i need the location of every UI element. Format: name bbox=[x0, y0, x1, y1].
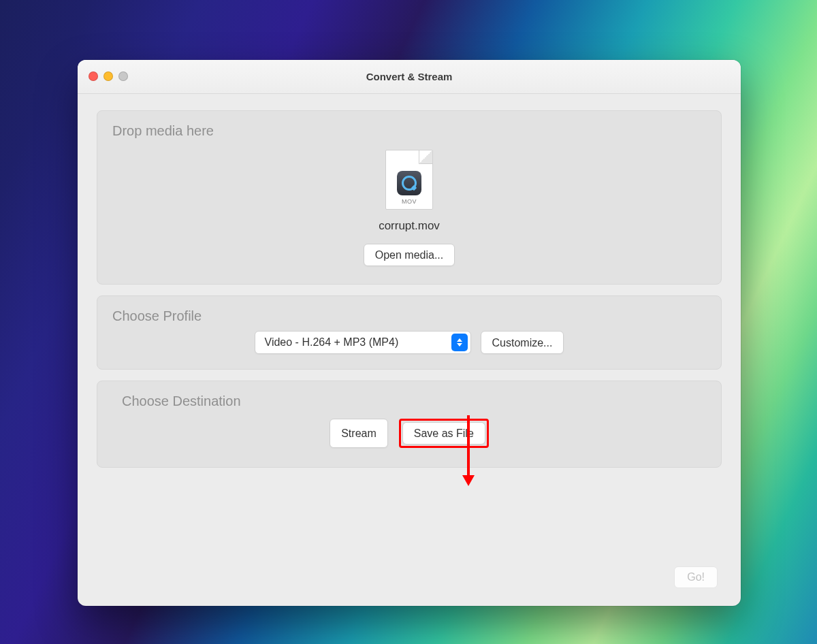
close-icon[interactable] bbox=[89, 71, 98, 81]
file-extension-label: MOV bbox=[386, 198, 432, 205]
choose-profile-heading: Choose Profile bbox=[112, 308, 706, 324]
window-title: Convert & Stream bbox=[366, 71, 453, 82]
choose-destination-heading: Choose Destination bbox=[112, 393, 706, 409]
annotation-highlight: Save as File bbox=[399, 419, 489, 448]
choose-profile-panel: Choose Profile Video - H.264 + MP3 (MP4)… bbox=[97, 295, 722, 370]
zoom-icon bbox=[118, 71, 128, 81]
convert-stream-window: Convert & Stream Drop media here MOV cor… bbox=[78, 60, 741, 606]
chevron-up-down-icon bbox=[451, 334, 468, 351]
file-icon: MOV bbox=[385, 150, 433, 210]
content: Drop media here MOV corrupt.mov Open med… bbox=[78, 94, 741, 606]
file-name-label: corrupt.mov bbox=[379, 219, 440, 233]
profile-select[interactable]: Video - H.264 + MP3 (MP4) bbox=[255, 331, 471, 354]
quicktime-icon bbox=[397, 171, 421, 195]
profile-select-value: Video - H.264 + MP3 (MP4) bbox=[265, 336, 399, 349]
stream-button[interactable]: Stream bbox=[330, 419, 388, 448]
choose-destination-panel: Choose Destination Stream Save as File bbox=[97, 381, 722, 468]
titlebar: Convert & Stream bbox=[78, 60, 741, 94]
open-media-button[interactable]: Open media... bbox=[364, 244, 455, 266]
page-fold-icon bbox=[419, 150, 432, 164]
drop-media-heading: Drop media here bbox=[112, 123, 214, 139]
save-as-file-button[interactable]: Save as File bbox=[402, 422, 485, 445]
minimize-icon[interactable] bbox=[103, 71, 113, 81]
go-button: Go! bbox=[674, 566, 718, 588]
footer: Go! bbox=[97, 566, 722, 591]
drop-media-panel[interactable]: Drop media here MOV corrupt.mov Open med… bbox=[97, 110, 722, 285]
window-controls bbox=[89, 71, 128, 81]
customize-button[interactable]: Customize... bbox=[481, 331, 564, 354]
